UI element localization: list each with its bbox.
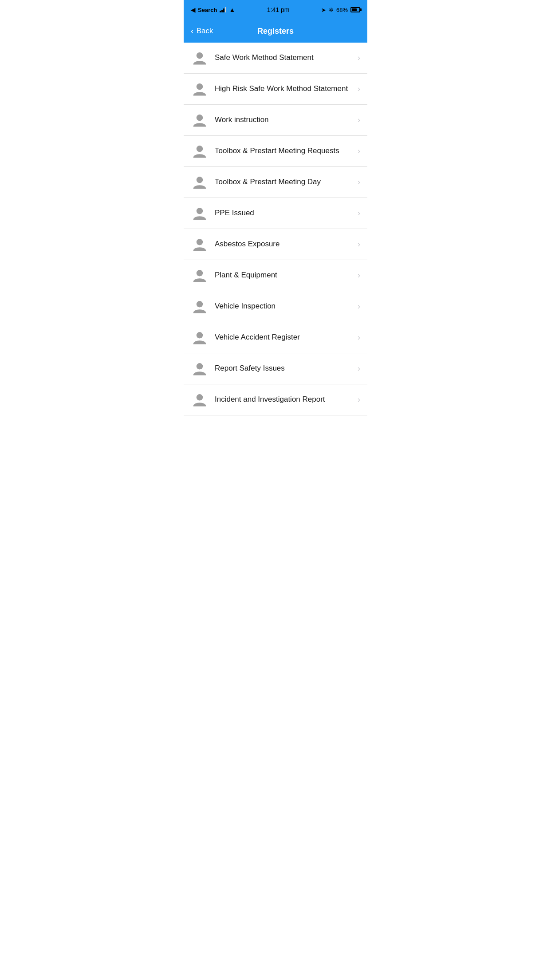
svg-point-8 bbox=[197, 301, 203, 307]
chevron-right-icon: › bbox=[358, 364, 360, 373]
chevron-right-icon: › bbox=[358, 209, 360, 218]
status-bar: ◀ Search ▲ 1:41 pm ➤ ✲ 68% bbox=[184, 0, 367, 20]
svg-point-5 bbox=[197, 208, 203, 214]
chevron-right-icon: › bbox=[358, 240, 360, 249]
chevron-right-icon: › bbox=[358, 53, 360, 63]
back-button[interactable]: ‹ Back bbox=[191, 26, 213, 36]
svg-point-10 bbox=[197, 363, 203, 369]
back-chevron-icon: ‹ bbox=[191, 26, 194, 36]
list-item[interactable]: Vehicle Accident Register › bbox=[184, 322, 367, 353]
signal-bars bbox=[220, 7, 226, 12]
list-item[interactable]: PPE Issued › bbox=[184, 198, 367, 229]
list-item[interactable]: Report Safety Issues › bbox=[184, 353, 367, 384]
person-icon bbox=[191, 49, 209, 67]
list-item-label: Vehicle Inspection bbox=[215, 301, 354, 311]
list-item-label: Safe Work Method Statement bbox=[215, 53, 354, 63]
list-item-label: Toolbox & Prestart Meeting Day bbox=[215, 177, 354, 187]
signal-bar-4 bbox=[225, 7, 226, 12]
svg-point-0 bbox=[197, 52, 203, 59]
signal-bar-3 bbox=[223, 8, 224, 12]
person-icon bbox=[191, 360, 209, 378]
wifi-icon: ▲ bbox=[229, 6, 235, 13]
list-item[interactable]: Toolbox & Prestart Meeting Requests › bbox=[184, 136, 367, 167]
svg-point-6 bbox=[197, 239, 203, 245]
nav-bar: ‹ Back Registers bbox=[184, 20, 367, 43]
signal-bar-2 bbox=[221, 10, 223, 12]
status-time: 1:41 pm bbox=[267, 6, 290, 13]
person-icon bbox=[191, 111, 209, 129]
list-item[interactable]: Plant & Equipment › bbox=[184, 260, 367, 291]
list-item-label: Incident and Investigation Report bbox=[215, 395, 354, 404]
person-icon bbox=[191, 174, 209, 191]
list-item-label: Plant & Equipment bbox=[215, 270, 354, 280]
person-icon bbox=[191, 391, 209, 409]
list-item-label: PPE Issued bbox=[215, 208, 354, 218]
chevron-right-icon: › bbox=[358, 84, 360, 94]
location-icon: ➤ bbox=[321, 7, 326, 13]
battery-icon bbox=[350, 7, 360, 12]
svg-point-2 bbox=[197, 115, 203, 121]
page-title: Registers bbox=[257, 27, 294, 36]
back-label: Back bbox=[197, 27, 213, 36]
svg-point-4 bbox=[197, 177, 203, 183]
list-item[interactable]: Incident and Investigation Report › bbox=[184, 384, 367, 415]
bluetooth-icon: ✲ bbox=[329, 7, 334, 13]
battery-percent: 68% bbox=[336, 7, 348, 13]
list-item-label: High Risk Safe Work Method Statement bbox=[215, 84, 354, 94]
list-item-label: Asbestos Exposure bbox=[215, 239, 354, 249]
status-right: ➤ ✲ 68% bbox=[321, 7, 360, 13]
chevron-right-icon: › bbox=[358, 302, 360, 311]
person-icon bbox=[191, 267, 209, 285]
svg-point-9 bbox=[197, 332, 203, 338]
svg-point-1 bbox=[197, 83, 203, 90]
registers-list: Safe Work Method Statement › High Risk S… bbox=[184, 43, 367, 415]
person-icon bbox=[191, 329, 209, 347]
svg-point-11 bbox=[197, 394, 203, 400]
person-icon bbox=[191, 142, 209, 160]
carrier-icon: ◀ bbox=[191, 7, 195, 13]
svg-point-7 bbox=[197, 270, 203, 276]
list-item[interactable]: Work instruction › bbox=[184, 105, 367, 136]
chevron-right-icon: › bbox=[358, 271, 360, 280]
person-icon bbox=[191, 236, 209, 253]
list-item-label: Vehicle Accident Register bbox=[215, 332, 354, 342]
chevron-right-icon: › bbox=[358, 146, 360, 156]
signal-bar-1 bbox=[220, 11, 221, 12]
person-icon bbox=[191, 205, 209, 222]
chevron-right-icon: › bbox=[358, 395, 360, 404]
chevron-right-icon: › bbox=[358, 178, 360, 187]
list-item[interactable]: Safe Work Method Statement › bbox=[184, 43, 367, 74]
chevron-right-icon: › bbox=[358, 115, 360, 125]
person-icon bbox=[191, 80, 209, 98]
list-item-label: Work instruction bbox=[215, 115, 354, 125]
list-item[interactable]: Vehicle Inspection › bbox=[184, 291, 367, 322]
person-icon bbox=[191, 298, 209, 316]
carrier-label: Search bbox=[198, 7, 217, 13]
battery-fill bbox=[352, 8, 357, 11]
chevron-right-icon: › bbox=[358, 333, 360, 342]
list-item[interactable]: High Risk Safe Work Method Statement › bbox=[184, 74, 367, 105]
list-item[interactable]: Toolbox & Prestart Meeting Day › bbox=[184, 167, 367, 198]
list-item[interactable]: Asbestos Exposure › bbox=[184, 229, 367, 260]
status-left: ◀ Search ▲ bbox=[191, 6, 235, 13]
list-item-label: Report Safety Issues bbox=[215, 364, 354, 373]
svg-point-3 bbox=[197, 146, 203, 152]
list-item-label: Toolbox & Prestart Meeting Requests bbox=[215, 146, 354, 156]
